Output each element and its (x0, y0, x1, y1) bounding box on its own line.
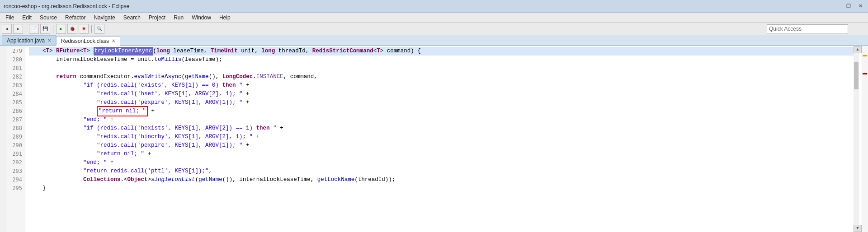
code-line-292: "end; " + (29, 158, 854, 167)
menu-source[interactable]: Source (36, 14, 61, 22)
code-line-289: "redis.call('hincrby', KEYS[1], ARGV[2],… (29, 133, 854, 141)
line-num-286: 286 (8, 107, 22, 116)
menu-project[interactable]: Project (145, 14, 169, 22)
new-button[interactable]: 📄 (29, 24, 39, 34)
line-num-282: 282 (8, 73, 22, 81)
line-num-279: 279 (8, 47, 22, 56)
toolbar-left: ◀ ▶ 📄 💾 ▶ 🐞 ■ 🔍 (2, 24, 104, 34)
error-marker-2 (863, 73, 867, 74)
code-line-290: "redis.call('pexpire', KEYS[1], ARGV[1])… (29, 141, 854, 150)
run-button[interactable]: ▶ (56, 24, 66, 34)
left-margin (0, 46, 6, 232)
tab-application-java-label: Application.java (7, 37, 45, 44)
code-area[interactable]: <T> RFuture<T> tryLockInnerAsync(long le… (25, 46, 854, 232)
error-marker-1 (863, 55, 867, 56)
line-num-295: 295 (8, 184, 22, 193)
code-line-295: } (29, 184, 854, 193)
menu-help[interactable]: Help (216, 14, 234, 22)
line-num-283: 283 (8, 81, 22, 90)
tab-redissonlock-class[interactable]: RedissonLock.class ✕ (56, 36, 120, 46)
line-num-292: 292 (8, 158, 22, 167)
scrollbar-track[interactable] (854, 53, 859, 225)
code-line-287: "end; " + (29, 116, 854, 124)
method-highlight: tryLockInnerAsync (94, 47, 153, 56)
menu-run[interactable]: Run (170, 14, 187, 22)
save-button[interactable]: 💾 (40, 24, 50, 34)
menu-navigate[interactable]: Navigate (90, 14, 118, 22)
maximize-button[interactable]: ❐ (844, 2, 853, 10)
search-button[interactable]: 🔍 (94, 24, 104, 34)
title-bar: roncoo-eshop - org.redisson.RedissonLock… (0, 0, 868, 13)
toolbar-separator-2 (53, 25, 53, 33)
menu-window[interactable]: Window (188, 14, 215, 22)
line-numbers: 279 280 281 282 283 284 285 286 287 288 … (6, 46, 25, 232)
code-line-291: "return nil; " + (29, 150, 854, 158)
tab-application-java[interactable]: Application.java ✕ (2, 35, 56, 45)
window-title: roncoo-eshop - org.redisson.RedissonLock… (4, 3, 129, 9)
menu-refactor[interactable]: Refactor (61, 14, 89, 22)
debug-button[interactable]: 🐞 (67, 24, 77, 34)
line-num-284: 284 (8, 90, 22, 98)
tab-application-java-close[interactable]: ✕ (47, 38, 51, 43)
line-num-294: 294 (8, 176, 22, 184)
tab-bar: Application.java ✕ RedissonLock.class ✕ (0, 35, 868, 46)
close-button[interactable]: ✕ (856, 2, 864, 10)
toolbar: ◀ ▶ 📄 💾 ▶ 🐞 ■ 🔍 Quick Access (0, 23, 868, 35)
window-controls: — ❐ ✕ (833, 2, 864, 10)
code-line-286: "return nil; " + (29, 107, 854, 116)
line-num-291: 291 (8, 150, 22, 158)
line-num-280: 280 (8, 56, 22, 64)
line-num-293: 293 (8, 167, 22, 176)
code-line-279: <T> RFuture<T> tryLockInnerAsync(long le… (29, 47, 854, 56)
code-line-283: "if (redis.call('exists', KEYS[1]) == 0)… (29, 81, 854, 90)
code-line-282: return commandExecutor.evalWriteAsync(ge… (29, 73, 854, 81)
code-line-280: internalLockLeaseTime = unit.toMillis(le… (29, 56, 854, 64)
code-line-288: "if (redis.call('hexists', KEYS[1], ARGV… (29, 124, 854, 133)
line-num-289: 289 (8, 133, 22, 141)
red-box-highlight: "return nil; " (97, 106, 148, 116)
error-markers-panel (862, 46, 868, 232)
menu-search[interactable]: Search (120, 14, 144, 22)
back-button[interactable]: ◀ (2, 24, 12, 34)
code-line-284: "redis.call('hset', KEYS[1], ARGV[2], 1)… (29, 90, 854, 98)
line-num-287: 287 (8, 116, 22, 124)
code-line-294: Collections.<Object>singletonList(getNam… (29, 176, 854, 184)
scrollbar-thumb[interactable] (854, 62, 859, 89)
code-line-281 (29, 64, 854, 73)
scroll-down-button[interactable]: ▼ (854, 225, 862, 232)
line-num-288: 288 (8, 124, 22, 133)
menu-file[interactable]: File (2, 14, 18, 22)
toolbar-separator-3 (91, 25, 92, 33)
code-line-285: "redis.call('pexpire', KEYS[1], ARGV[1])… (29, 98, 854, 107)
right-scrollbar[interactable]: ▲ ▼ (854, 46, 862, 232)
line-num-290: 290 (8, 141, 22, 150)
tab-redissonlock-class-close[interactable]: ✕ (112, 38, 115, 43)
scroll-up-button[interactable]: ▲ (854, 46, 862, 53)
toolbar-separator-1 (26, 25, 26, 33)
minimize-button[interactable]: — (833, 2, 841, 10)
forward-button[interactable]: ▶ (13, 24, 23, 34)
stop-button[interactable]: ■ (79, 24, 89, 34)
editor-container: 279 280 281 282 283 284 285 286 287 288 … (0, 46, 868, 232)
menu-edit[interactable]: Edit (19, 14, 35, 22)
code-line-293: "return redis.call('pttl', KEYS[1]);", (29, 167, 854, 176)
line-num-285: 285 (8, 98, 22, 107)
tab-redissonlock-class-label: RedissonLock.class (61, 38, 109, 44)
line-num-281: 281 (8, 64, 22, 73)
menu-bar: File Edit Source Refactor Navigate Searc… (0, 13, 868, 23)
quick-access-input[interactable]: Quick Access (767, 24, 848, 33)
